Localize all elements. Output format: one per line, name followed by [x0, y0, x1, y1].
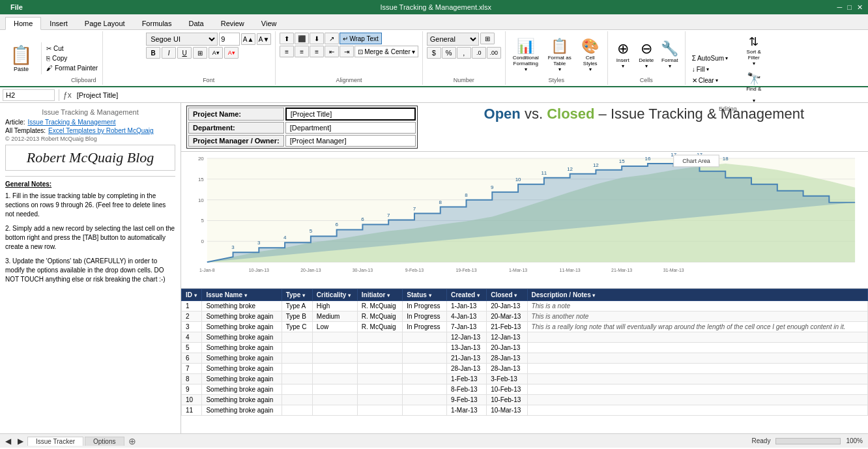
align-bottom-button[interactable]: ⬇ [310, 33, 324, 44]
border-button[interactable]: ⊞ [193, 47, 207, 59]
paste-button[interactable]: 📋 Paste [5, 42, 37, 74]
italic-button[interactable]: I [162, 47, 176, 59]
cell-4-3[interactable] [312, 343, 357, 353]
cell-6-3[interactable] [312, 364, 357, 374]
init-sort-icon[interactable]: ▾ [387, 293, 390, 298]
cell-2-3[interactable]: Low [312, 322, 357, 332]
article-link[interactable]: Issue Tracking & Management [28, 119, 116, 126]
wrap-text-button[interactable]: ↵ Wrap Text [340, 33, 382, 44]
cell-7-2[interactable] [282, 374, 312, 384]
cell-8-6[interactable]: 8-Feb-13 [446, 384, 486, 395]
cell-9-0[interactable]: 10 [182, 395, 202, 405]
table-row[interactable]: 5Something broke again13-Jan-1320-Jan-13 [182, 343, 868, 353]
cell-4-0[interactable]: 5 [182, 343, 202, 353]
format-table-dropdown-icon[interactable]: ▾ [558, 66, 561, 72]
closed-sort-icon[interactable]: ▾ [514, 293, 517, 298]
id-sort-icon[interactable]: ▾ [194, 293, 197, 298]
autosum-button[interactable]: Σ AutoSum ▾ [689, 53, 740, 63]
insert-dropdown-icon[interactable]: ▾ [622, 63, 624, 69]
crit-sort-icon[interactable]: ▾ [348, 293, 351, 298]
align-center-button[interactable]: ≡ [295, 46, 309, 57]
cell-5-6[interactable]: 21-Jan-13 [446, 353, 486, 364]
formula-input[interactable] [74, 91, 865, 99]
delete-dropdown-icon[interactable]: ▾ [645, 63, 648, 69]
cell-9-6[interactable]: 9-Feb-13 [446, 395, 486, 405]
copy-button[interactable]: ⎘ Copy [44, 54, 100, 63]
text-direction-button[interactable]: ↗ [325, 33, 339, 44]
conditional-dropdown-icon[interactable]: ▾ [525, 66, 527, 72]
comma-button[interactable]: , [457, 47, 471, 59]
sheet-nav-left[interactable]: ◀ [3, 437, 14, 446]
close-icon[interactable]: ✕ [857, 3, 863, 12]
table-row[interactable]: 8Something broke again1-Feb-133-Feb-13 [182, 374, 868, 384]
align-top-button[interactable]: ⬆ [280, 33, 294, 44]
table-row[interactable]: 3Something broke againType CLowR. McQuai… [182, 322, 868, 332]
cell-8-8[interactable] [527, 384, 867, 395]
type-sort-icon[interactable]: ▾ [302, 293, 305, 298]
function-icon[interactable]: ƒx [63, 91, 72, 100]
cell-7-4[interactable] [357, 374, 402, 384]
font-name-select[interactable]: Segoe UI [146, 33, 218, 46]
cell-3-2[interactable] [282, 332, 312, 343]
clear-dropdown-icon[interactable]: ▾ [716, 78, 718, 83]
cell-0-2[interactable]: Type A [282, 301, 312, 311]
cell-3-7[interactable]: 12-Jan-13 [487, 332, 527, 343]
cell-5-2[interactable] [282, 353, 312, 364]
cell-8-7[interactable]: 10-Feb-13 [487, 384, 527, 395]
number-expand-button[interactable]: ⊞ [480, 33, 495, 44]
table-row[interactable]: 4Something broke again12-Jan-1312-Jan-13 [182, 332, 868, 343]
cell-5-8[interactable] [527, 353, 867, 364]
align-middle-button[interactable]: ⬛ [295, 33, 309, 44]
cell-10-3[interactable] [312, 405, 357, 416]
cell-8-0[interactable]: 9 [182, 384, 202, 395]
cell-6-1[interactable]: Something broke again [202, 364, 282, 374]
cell-5-3[interactable] [312, 353, 357, 364]
issue-sort-icon[interactable]: ▾ [244, 293, 247, 298]
cell-3-6[interactable]: 12-Jan-13 [446, 332, 486, 343]
cell-9-8[interactable] [527, 395, 867, 405]
cell-7-1[interactable]: Something broke again [202, 374, 282, 384]
cell-4-4[interactable] [357, 343, 402, 353]
find-select-button[interactable]: 🔭 Find & Select ▾ [742, 70, 766, 106]
cell-styles-dropdown-icon[interactable]: ▾ [589, 66, 592, 72]
percent-button[interactable]: % [442, 47, 456, 59]
clear-button[interactable]: ✕ Clear ▾ [689, 76, 740, 85]
cell-2-0[interactable]: 3 [182, 322, 202, 332]
cell-1-5[interactable]: In Progress [403, 311, 447, 322]
cell-3-4[interactable] [357, 332, 402, 343]
cell-7-7[interactable]: 3-Feb-13 [487, 374, 527, 384]
cell-6-4[interactable] [357, 364, 402, 374]
cell-10-4[interactable] [357, 405, 402, 416]
cell-5-5[interactable] [403, 353, 447, 364]
cell-10-8[interactable] [527, 405, 867, 416]
increase-indent-button[interactable]: ⇥ [340, 46, 354, 57]
created-sort-icon[interactable]: ▾ [477, 293, 480, 298]
bold-button[interactable]: B [146, 47, 160, 59]
increase-decimal-button[interactable]: .00 [487, 47, 501, 59]
cell-styles-button[interactable]: 🎨 Cell Styles ▾ [577, 36, 603, 74]
table-row[interactable]: 7Something broke again28-Jan-1328-Jan-13 [182, 364, 868, 374]
file-tab[interactable]: File [5, 3, 28, 12]
cell-9-1[interactable]: Something broke again [202, 395, 282, 405]
manager-value[interactable]: [Project Manager] [285, 135, 416, 147]
notes-sort-icon[interactable]: ▾ [592, 293, 595, 298]
cell-5-0[interactable]: 6 [182, 353, 202, 364]
cell-0-3[interactable]: High [312, 301, 357, 311]
minimize-icon[interactable]: ─ [837, 3, 843, 12]
maximize-icon[interactable]: □ [847, 3, 852, 12]
cell-0-5[interactable]: In Progress [403, 301, 447, 311]
templates-link[interactable]: Excel Templates by Robert McQuaig [48, 127, 154, 134]
cell-4-1[interactable]: Something broke again [202, 343, 282, 353]
cell-1-4[interactable]: R. McQuaig [357, 311, 402, 322]
scroll-bar-area[interactable] [775, 438, 841, 444]
fill-color-button[interactable]: A▾ [209, 47, 223, 59]
cell-0-7[interactable]: 20-Jan-13 [487, 301, 527, 311]
fill-dropdown-icon[interactable]: ▾ [706, 66, 709, 72]
cell-reference-input[interactable] [3, 89, 55, 101]
cell-0-8[interactable]: This is a note [527, 301, 867, 311]
font-decrease-button[interactable]: A▼ [257, 33, 271, 45]
cell-1-2[interactable]: Type B [282, 311, 312, 322]
font-size-input[interactable] [219, 33, 240, 46]
cell-5-1[interactable]: Something broke again [202, 353, 282, 364]
cell-7-3[interactable] [312, 374, 357, 384]
